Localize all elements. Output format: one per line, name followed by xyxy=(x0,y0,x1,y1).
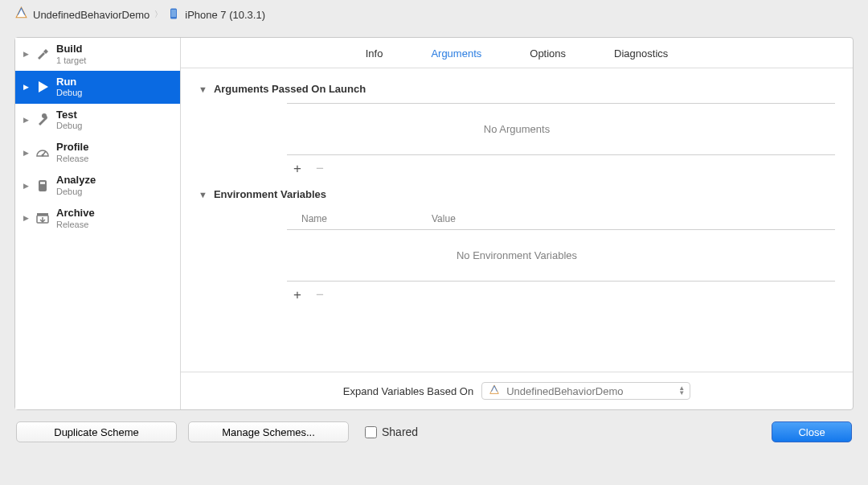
sidebar-item-test[interactable]: ▶ Test Debug xyxy=(15,104,180,137)
hammer-icon xyxy=(35,47,50,61)
sidebar-item-profile[interactable]: ▶ Profile Release xyxy=(15,136,180,169)
sidebar-item-sub: Release xyxy=(56,220,95,230)
content: Info Arguments Options Diagnostics ▼ Arg… xyxy=(181,38,853,409)
close-button[interactable]: Close xyxy=(772,421,852,442)
sidebar-item-title: Build xyxy=(56,43,86,55)
breadcrumb-device[interactable]: iPhone 7 (10.3.1) xyxy=(185,9,265,21)
sidebar-item-build[interactable]: ▶ Build 1 target xyxy=(15,38,180,71)
sidebar-item-title: Analyze xyxy=(56,174,96,187)
disclosure-icon: ▶ xyxy=(23,214,29,222)
sidebar-item-sub: 1 target xyxy=(56,55,86,66)
app-icon xyxy=(14,6,28,23)
sidebar-item-sub: Debug xyxy=(56,88,82,98)
separator xyxy=(287,281,835,282)
tab-diagnostics[interactable]: Diagnostics xyxy=(614,47,668,60)
breadcrumb-project[interactable]: UndefinedBehaviorDemo xyxy=(33,9,149,21)
sidebar-item-sub: Debug xyxy=(56,187,96,197)
disclosure-icon: ▶ xyxy=(23,116,29,124)
add-env-button[interactable]: + xyxy=(293,288,301,302)
svg-rect-4 xyxy=(40,182,45,184)
env-col-name: Name xyxy=(287,213,432,224)
tabs: Info Arguments Options Diagnostics xyxy=(181,38,853,68)
main-panel: ▶ Build 1 target ▶ Run Debug ▶ xyxy=(14,37,854,410)
disclosure-down-icon: ▼ xyxy=(199,190,207,199)
section-env-title: Environment Variables xyxy=(214,188,326,200)
sidebar-item-analyze[interactable]: ▶ Analyze Debug xyxy=(15,169,180,202)
shared-checkbox[interactable] xyxy=(365,426,377,438)
svg-point-2 xyxy=(42,154,44,156)
manage-schemes-button[interactable]: Manage Schemes... xyxy=(188,421,349,442)
archive-icon xyxy=(35,211,50,225)
expand-vars-popup-value: UndefinedBehaviorDemo xyxy=(506,385,623,397)
sidebar-item-title: Test xyxy=(56,109,82,121)
sidebar-item-archive[interactable]: ▶ Archive Release xyxy=(15,202,180,235)
sidebar-item-title: Run xyxy=(56,76,82,88)
svg-rect-6 xyxy=(37,213,48,216)
env-col-value: Value xyxy=(432,213,835,224)
disclosure-icon: ▶ xyxy=(23,149,29,157)
sidebar-item-title: Profile xyxy=(56,141,88,154)
gauge-icon xyxy=(35,146,50,160)
disclosure-icon: ▶ xyxy=(23,83,29,91)
remove-argument-button[interactable]: − xyxy=(316,162,324,175)
separator xyxy=(287,154,835,155)
footer-bar: Expand Variables Based On UndefinedBehav… xyxy=(181,372,853,409)
disclosure-icon: ▶ xyxy=(23,182,29,190)
body: ▼ Arguments Passed On Launch No Argument… xyxy=(181,68,853,372)
section-env-header[interactable]: ▼ Environment Variables xyxy=(199,188,835,200)
analyze-icon xyxy=(35,179,50,193)
tab-options[interactable]: Options xyxy=(530,47,566,60)
breadcrumb: UndefinedBehaviorDemo 〉 iPhone 7 (10.3.1… xyxy=(0,0,868,29)
breadcrumb-chevron: 〉 xyxy=(154,9,162,20)
remove-env-button[interactable]: − xyxy=(316,288,324,302)
env-empty-msg: No Environment Variables xyxy=(199,230,835,281)
env-table-headers: Name Value xyxy=(287,208,835,229)
tab-info[interactable]: Info xyxy=(366,47,383,60)
wrench-icon xyxy=(35,113,50,127)
expand-vars-label: Expand Variables Based On xyxy=(343,385,473,397)
play-icon xyxy=(35,80,50,94)
expand-vars-popup[interactable]: UndefinedBehaviorDemo ▲▼ xyxy=(481,382,690,400)
sidebar-item-sub: Debug xyxy=(56,121,82,131)
duplicate-scheme-button[interactable]: Duplicate Scheme xyxy=(16,421,177,442)
sidebar-item-sub: Release xyxy=(56,154,88,164)
arguments-empty-msg: No Arguments xyxy=(199,104,835,154)
bottom-buttons: Duplicate Scheme Manage Schemes... Share… xyxy=(0,410,868,442)
disclosure-icon: ▶ xyxy=(23,50,29,58)
sidebar-item-run[interactable]: ▶ Run Debug xyxy=(15,71,180,104)
popup-arrows-icon: ▲▼ xyxy=(678,386,685,395)
section-arguments-header[interactable]: ▼ Arguments Passed On Launch xyxy=(199,83,835,95)
add-argument-button[interactable]: + xyxy=(293,162,301,175)
device-icon xyxy=(167,7,180,23)
tab-arguments[interactable]: Arguments xyxy=(431,47,481,60)
shared-checkbox-label[interactable]: Shared xyxy=(365,425,418,438)
app-icon xyxy=(489,384,500,398)
svg-rect-1 xyxy=(171,10,176,17)
section-arguments-title: Arguments Passed On Launch xyxy=(214,83,366,95)
disclosure-down-icon: ▼ xyxy=(199,84,207,94)
sidebar-item-title: Archive xyxy=(56,207,95,220)
sidebar: ▶ Build 1 target ▶ Run Debug ▶ xyxy=(15,38,181,409)
shared-label-text: Shared xyxy=(382,425,418,438)
